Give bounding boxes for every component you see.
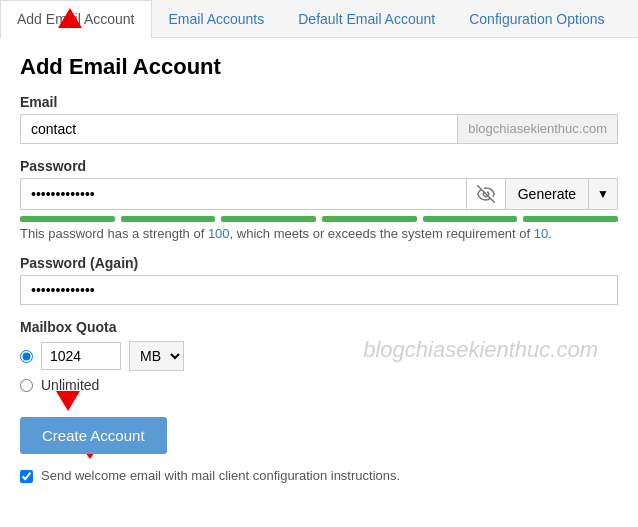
email-label: Email <box>20 94 618 110</box>
strength-text: This password has a strength of 100, whi… <box>20 226 618 241</box>
strength-bar-5 <box>423 216 518 222</box>
quota-label: Mailbox Quota <box>20 319 618 335</box>
email-input[interactable] <box>20 114 457 144</box>
welcome-row: Send welcome email with mail client conf… <box>20 468 618 483</box>
page-title: Add Email Account <box>20 54 618 80</box>
unlimited-row: Unlimited <box>20 377 618 393</box>
unlimited-radio[interactable] <box>20 379 33 392</box>
eye-slash-icon <box>477 185 495 203</box>
welcome-email-checkbox[interactable] <box>20 470 33 483</box>
password-again-input[interactable] <box>20 275 618 305</box>
password-group: Password Generate ▼ <box>20 158 618 241</box>
generate-caret-button[interactable]: ▼ <box>588 178 618 210</box>
password-label: Password <box>20 158 618 174</box>
tab-configuration-options[interactable]: Configuration Options <box>452 0 621 37</box>
quota-row: 1024 MB GB <box>20 341 618 371</box>
generate-group: Generate ▼ <box>505 178 618 210</box>
create-account-wrapper: Create Account <box>20 407 167 454</box>
generate-button[interactable]: Generate <box>505 178 588 210</box>
email-row: blogchiasekienthuc.com <box>20 114 618 144</box>
strength-bar-4 <box>322 216 417 222</box>
strength-bar-6 <box>523 216 618 222</box>
password-row: Generate ▼ <box>20 178 618 210</box>
svg-marker-1 <box>56 391 80 411</box>
create-account-button[interactable]: Create Account <box>20 417 167 454</box>
tab-default-email-account[interactable]: Default Email Account <box>281 0 452 37</box>
unlimited-label: Unlimited <box>41 377 99 393</box>
password-input[interactable] <box>20 178 466 210</box>
welcome-label: Send welcome email with mail client conf… <box>41 468 400 483</box>
quota-input[interactable]: 1024 <box>41 342 121 370</box>
tab-bar: Add Email Account Email Accounts Default… <box>0 0 638 38</box>
strength-bars <box>20 216 618 222</box>
toggle-password-button[interactable] <box>466 178 505 210</box>
quota-group: Mailbox Quota 1024 MB GB Unlimited <box>20 319 618 393</box>
email-group: Email blogchiasekienthuc.com <box>20 94 618 144</box>
tab-add-email-account[interactable]: Add Email Account <box>0 0 152 38</box>
strength-bar-2 <box>121 216 216 222</box>
strength-bar-3 <box>221 216 316 222</box>
email-domain: blogchiasekienthuc.com <box>457 114 618 144</box>
quota-radio[interactable] <box>20 350 33 363</box>
password-again-group: Password (Again) <box>20 255 618 305</box>
tab-email-accounts[interactable]: Email Accounts <box>152 0 282 37</box>
quota-unit-select[interactable]: MB GB <box>129 341 184 371</box>
password-again-label: Password (Again) <box>20 255 618 271</box>
strength-bar-1 <box>20 216 115 222</box>
